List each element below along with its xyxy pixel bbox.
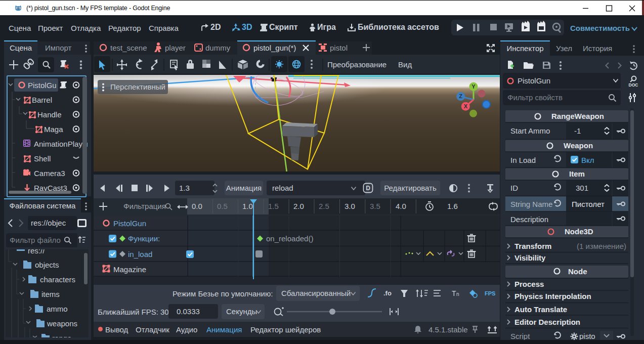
svg-text:T: T — [452, 289, 456, 297]
svg-text:Y: Y — [471, 83, 476, 90]
svg-text:FPS: FPS — [485, 290, 495, 296]
svg-text:n: n — [456, 291, 459, 297]
svg-text:Z: Z — [459, 93, 462, 99]
svg-text:.fo: .fo — [383, 289, 392, 297]
svg-text:D: D — [366, 185, 370, 192]
svg-text:X: X — [464, 103, 468, 109]
